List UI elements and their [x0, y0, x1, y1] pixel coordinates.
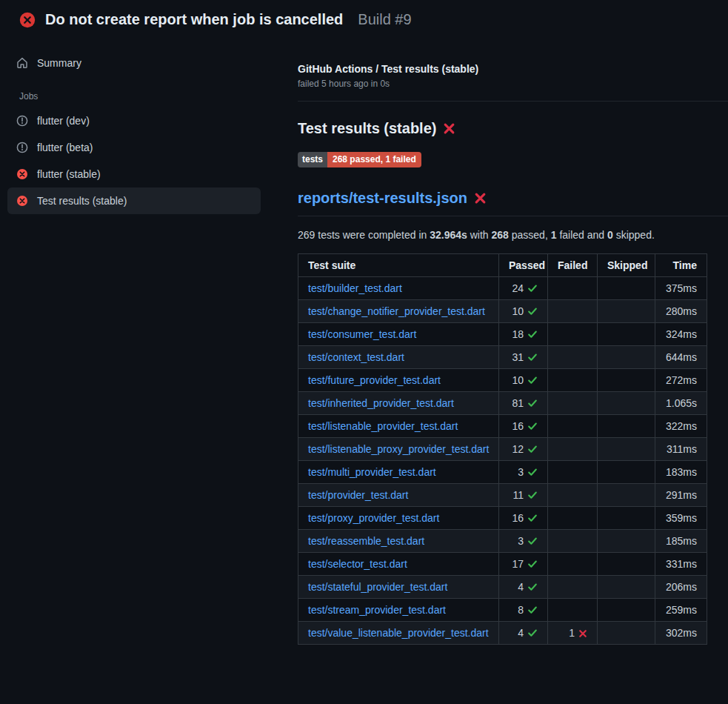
test-table-body: test/builder_test.dart24375mstest/change… [298, 277, 707, 645]
passed-cell: 3 [499, 461, 548, 484]
skipped-cell [598, 576, 655, 599]
table-row: test/context_test.dart31644ms [298, 346, 707, 369]
home-icon [16, 57, 28, 69]
test-suite-link[interactable]: test/stream_provider_test.dart [308, 604, 446, 616]
test-suite-link[interactable]: test/value_listenable_provider_test.dart [308, 627, 489, 639]
test-suite-link[interactable]: test/consumer_test.dart [308, 328, 416, 340]
test-suite-link[interactable]: test/listenable_provider_test.dart [308, 420, 458, 432]
time-value: 302ms [666, 627, 697, 639]
time-cell: 311ms [655, 438, 707, 461]
check-icon [527, 398, 538, 408]
passed-cell: 3 [499, 530, 548, 553]
time-cell: 359ms [655, 507, 707, 530]
time-value: 272ms [666, 374, 697, 386]
check-icon [527, 536, 538, 546]
failed-cell [548, 553, 598, 576]
test-suite-link[interactable]: test/builder_test.dart [308, 282, 402, 294]
time-cell: 185ms [655, 530, 707, 553]
failed-cell [548, 530, 598, 553]
passed-count: 3 [518, 535, 524, 547]
test-suite-link[interactable]: test/inherited_provider_test.dart [308, 397, 454, 409]
skipped-cell [598, 553, 655, 576]
sidebar-item-flutter-beta[interactable]: flutter (beta) [7, 134, 261, 161]
failed-cell [548, 415, 598, 438]
test-suite-link[interactable]: test/listenable_proxy_provider_test.dart [308, 443, 489, 455]
test-suite-link[interactable]: test/change_notifier_provider_test.dart [308, 305, 485, 317]
passed-count: 31 [512, 351, 524, 363]
jobs-section-label: Jobs [7, 76, 261, 107]
section-title: Test results (stable) [298, 120, 436, 137]
x-circle-icon [16, 195, 28, 207]
passed-count: 3 [518, 466, 524, 478]
check-icon [527, 513, 538, 523]
column-header-skipped: Skipped [598, 254, 655, 277]
suite-cell: test/listenable_proxy_provider_test.dart [298, 438, 499, 461]
test-suite-link[interactable]: test/provider_test.dart [308, 489, 408, 501]
passed-cell: 17 [499, 553, 548, 576]
passed-cell: 18 [499, 323, 548, 346]
time-cell: 331ms [655, 553, 707, 576]
summary-failed: 1 [551, 229, 557, 241]
failed-cell [548, 484, 598, 507]
passed-count: 10 [512, 374, 524, 386]
passed-count: 12 [512, 443, 524, 455]
time-cell: 324ms [655, 323, 707, 346]
time-value: 331ms [666, 558, 697, 570]
skipped-cell [598, 323, 655, 346]
failed-cell [548, 576, 598, 599]
time-value: 259ms [666, 604, 697, 616]
time-cell: 1.065s [655, 392, 707, 415]
skipped-cell [598, 346, 655, 369]
breadcrumb: GitHub Actions / Test results (stable) [298, 63, 705, 75]
failed-cell [548, 438, 598, 461]
check-icon [527, 559, 538, 569]
failed-cell [548, 461, 598, 484]
table-row: test/builder_test.dart24375ms [298, 277, 707, 300]
passed-count: 11 [512, 489, 524, 501]
test-suite-link[interactable]: test/selector_test.dart [308, 558, 407, 570]
skipped-cell [598, 599, 655, 622]
table-row: test/reassemble_test.dart3185ms [298, 530, 707, 553]
sidebar-item-test-results-stable[interactable]: Test results (stable) [7, 187, 261, 214]
test-suite-link[interactable]: test/multi_provider_test.dart [308, 466, 436, 478]
passed-cell: 4 [499, 576, 548, 599]
time-value: 280ms [666, 305, 697, 317]
passed-count: 18 [512, 328, 524, 340]
time-cell: 280ms [655, 300, 707, 323]
suite-cell: test/listenable_provider_test.dart [298, 415, 499, 438]
failed-cell: 1 [548, 622, 598, 645]
failed-cell [548, 277, 598, 300]
sidebar-item-label: flutter (dev) [37, 115, 90, 127]
skipped-cell [598, 530, 655, 553]
check-icon [527, 421, 538, 431]
sidebar-item-flutter-dev[interactable]: flutter (dev) [7, 107, 261, 134]
table-row: test/listenable_provider_test.dart16322m… [298, 415, 707, 438]
test-suite-link[interactable]: test/proxy_provider_test.dart [308, 512, 439, 524]
table-row: test/multi_provider_test.dart3183ms [298, 461, 707, 484]
test-suite-link[interactable]: test/context_test.dart [308, 351, 404, 363]
time-value: 185ms [666, 535, 697, 547]
table-row: test/inherited_provider_test.dart811.065… [298, 392, 707, 415]
report-file-link[interactable]: reports/test-results.json [298, 190, 467, 207]
check-icon [527, 605, 538, 615]
check-icon [527, 329, 538, 339]
summary-text: 269 tests were completed in [298, 229, 430, 241]
test-suite-link[interactable]: test/future_provider_test.dart [308, 374, 441, 386]
skipped-cell [598, 507, 655, 530]
test-suite-link[interactable]: test/reassemble_test.dart [308, 535, 424, 547]
sidebar-item-summary[interactable]: Summary [7, 50, 261, 76]
main-layout: Summary Jobs flutter (dev)flutter (beta)… [0, 38, 728, 645]
cross-mark-icon [443, 122, 455, 135]
suite-cell: test/reassemble_test.dart [298, 530, 499, 553]
suite-cell: test/multi_provider_test.dart [298, 461, 499, 484]
time-cell: 644ms [655, 346, 707, 369]
sidebar-item-flutter-stable[interactable]: flutter (stable) [7, 161, 261, 187]
check-icon [527, 444, 538, 454]
time-cell: 206ms [655, 576, 707, 599]
time-value: 324ms [666, 328, 697, 340]
skipped-cell [598, 300, 655, 323]
page-title: Do not create report when job is cancell… [45, 11, 343, 28]
failed-cell [548, 369, 598, 392]
summary-text: failed and [557, 229, 608, 241]
test-suite-link[interactable]: test/stateful_provider_test.dart [308, 581, 447, 593]
